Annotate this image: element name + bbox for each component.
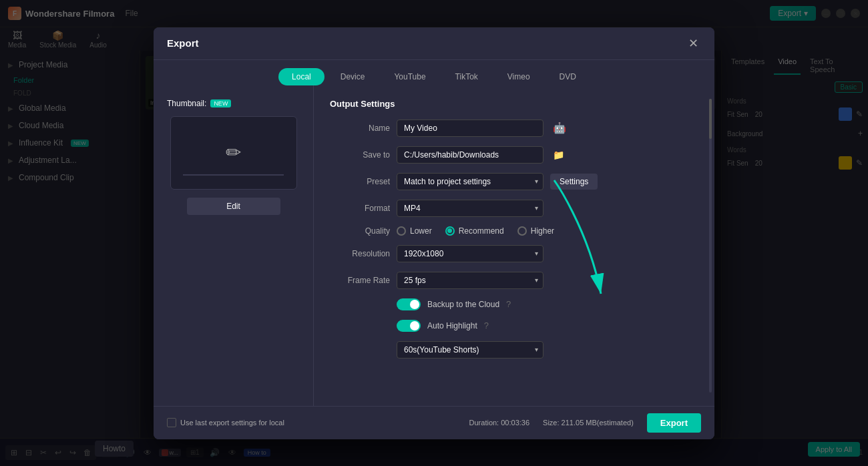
quality-lower[interactable]: Lower: [397, 226, 432, 236]
output-settings-title: Output Settings: [330, 99, 698, 109]
modal-tab-tiktok[interactable]: TikTok: [442, 68, 491, 85]
quality-row: Quality Lower Recommend: [330, 226, 698, 236]
modal-tab-local[interactable]: Local: [278, 68, 324, 85]
auto-highlight-label: Auto Highlight: [427, 321, 477, 330]
modal-tabs: Local Device YouTube TikTok Vimeo DVD: [154, 60, 714, 85]
size-value: 211.05 MB(estimated): [562, 419, 634, 427]
help-icon-2[interactable]: ?: [484, 320, 489, 330]
quality-label: Quality: [330, 226, 390, 236]
duration-info: Duration: 00:03:36: [469, 419, 530, 427]
thumbnail-label: Thumbnail: NEW: [167, 99, 231, 108]
toggle-knob-2: [410, 321, 419, 330]
quality-higher[interactable]: Higher: [517, 226, 554, 236]
preset-select[interactable]: Match to project settings: [397, 173, 544, 190]
scroll-track: [709, 99, 712, 393]
higher-label: Higher: [531, 226, 554, 236]
preset-label: Preset: [330, 177, 390, 186]
format-label: Format: [330, 204, 390, 213]
modal-tab-dvd[interactable]: DVD: [546, 68, 590, 85]
resolution-select[interactable]: 1920x1080: [397, 245, 544, 262]
radio-higher: [517, 226, 527, 236]
resolution-label: Resolution: [330, 249, 390, 258]
frame-rate-row: Frame Rate 25 fps: [330, 272, 698, 289]
youtube-shorts-row: 60s(YouTube Shorts): [330, 341, 698, 359]
resolution-row: Resolution 1920x1080: [330, 245, 698, 262]
youtube-shorts-select[interactable]: 60s(YouTube Shorts): [397, 341, 544, 359]
app-container: F Wondershare Filmora File Export ▾ — □ …: [0, 0, 868, 466]
export-footer-button[interactable]: Export: [647, 413, 701, 433]
size-info: Size: 211.05 MB(estimated): [543, 419, 634, 427]
backup-cloud-row: Backup to the Cloud ?: [330, 298, 698, 310]
modal-body: Thumbnail: NEW ✏ Edit Output Settings Na…: [154, 85, 714, 406]
backup-cloud-toggle[interactable]: [397, 298, 421, 310]
settings-button[interactable]: Settings: [550, 174, 598, 190]
preset-row: Preset Match to project settings Setting…: [330, 173, 698, 190]
pencil-icon: ✏: [226, 142, 241, 164]
modal-header: Export ✕: [154, 27, 714, 60]
frame-rate-label: Frame Rate: [330, 276, 390, 285]
thumbnail-line: [183, 174, 283, 176]
name-label: Name: [330, 124, 390, 133]
name-input[interactable]: [397, 120, 544, 137]
modal-settings-panel: Output Settings Name 🤖 Save to 📁: [314, 85, 714, 406]
footer-info: Duration: 00:03:36 Size: 211.05 MB(estim…: [469, 413, 701, 433]
lower-label: Lower: [410, 226, 432, 236]
export-modal: Export ✕ Local Device YouTube TikTok Vim…: [154, 27, 714, 439]
modal-thumbnail-panel: Thumbnail: NEW ✏ Edit: [154, 85, 314, 406]
auto-highlight-toggle[interactable]: [397, 320, 421, 332]
edit-thumbnail-button[interactable]: Edit: [187, 198, 280, 215]
folder-icon[interactable]: 📁: [553, 150, 564, 160]
auto-highlight-row: Auto Highlight ?: [330, 320, 698, 332]
radio-lower: [397, 226, 406, 236]
quality-recommend[interactable]: Recommend: [445, 226, 504, 236]
duration-label: Duration:: [469, 419, 499, 427]
thumbnail-new-badge: NEW: [210, 99, 231, 107]
checkbox-wrapper: Use last export settings for local: [167, 418, 284, 427]
save-to-label: Save to: [330, 150, 390, 160]
quality-options: Lower Recommend Higher: [397, 226, 698, 236]
last-export-checkbox[interactable]: [167, 418, 176, 427]
thumbnail-preview: ✏: [170, 116, 297, 190]
modal-overlay: Export ✕ Local Device YouTube TikTok Vim…: [0, 0, 868, 466]
save-to-input[interactable]: [397, 146, 544, 164]
radio-recommend: [445, 226, 455, 236]
help-icon-1[interactable]: ?: [506, 299, 511, 309]
checkbox-label: Use last export settings for local: [180, 419, 284, 427]
toggle-knob: [410, 300, 419, 309]
backup-cloud-label: Backup to the Cloud: [427, 300, 499, 309]
modal-close-button[interactable]: ✕: [685, 35, 701, 51]
format-row: Format MP4: [330, 200, 698, 217]
save-to-row: Save to 📁: [330, 146, 698, 164]
modal-title: Export: [167, 37, 199, 49]
modal-footer: Use last export settings for local Durat…: [154, 406, 714, 439]
modal-tab-youtube[interactable]: YouTube: [381, 68, 439, 85]
modal-tab-device[interactable]: Device: [327, 68, 379, 85]
size-label: Size:: [543, 419, 559, 427]
ai-icon[interactable]: 🤖: [553, 122, 566, 134]
format-select[interactable]: MP4: [397, 200, 544, 217]
modal-tab-vimeo[interactable]: Vimeo: [494, 68, 544, 85]
duration-value: 00:03:36: [501, 419, 529, 427]
radio-inner: [447, 228, 452, 233]
scroll-thumb[interactable]: [709, 99, 712, 139]
frame-rate-select[interactable]: 25 fps: [397, 272, 544, 289]
name-row: Name 🤖: [330, 120, 698, 137]
recommend-label: Recommend: [459, 226, 504, 236]
